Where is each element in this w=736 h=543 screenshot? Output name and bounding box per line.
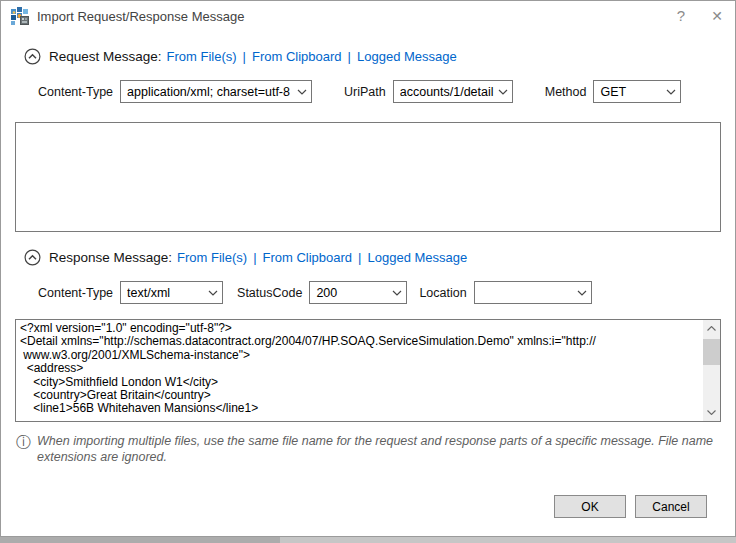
link-separator: | xyxy=(243,49,246,64)
link-separator: | xyxy=(358,250,361,265)
response-from-clipboard-link[interactable]: From Clipboard xyxy=(263,250,353,265)
ok-button[interactable]: OK xyxy=(554,495,626,518)
request-logged-message-link[interactable]: Logged Message xyxy=(357,49,457,64)
request-links: From File(s) | From Clipboard | Logged M… xyxy=(167,49,457,64)
request-uripath-label: UriPath xyxy=(344,85,386,99)
response-content-type-combo[interactable]: text/xml xyxy=(120,281,223,304)
response-location-combo[interactable] xyxy=(474,281,592,304)
chevron-down-icon xyxy=(573,290,591,296)
chevron-down-icon xyxy=(293,89,311,95)
help-button[interactable]: ? xyxy=(663,1,699,31)
response-statuscode-label: StatusCode xyxy=(237,286,302,300)
response-from-files-link[interactable]: From File(s) xyxy=(177,250,247,265)
cancel-button[interactable]: Cancel xyxy=(635,495,707,518)
button-row: OK Cancel xyxy=(15,495,707,518)
app-icon xyxy=(11,7,29,25)
request-content-type-combo[interactable]: application/xml; charset=utf-8 xyxy=(120,80,312,103)
combo-value: text/xml xyxy=(127,286,204,300)
request-uripath-combo[interactable]: accounts/1/detail xyxy=(393,80,513,103)
response-logged-message-link[interactable]: Logged Message xyxy=(368,250,468,265)
xml-line: www.w3.org/2001/XMLSchema-instance"> xyxy=(20,349,698,362)
response-body-textarea[interactable]: <?xml version="1.0" encoding="utf-8"?> <… xyxy=(15,319,721,422)
response-content-type-label: Content-Type xyxy=(38,286,113,300)
import-dialog: Import Request/Response Message ? ✕ Requ… xyxy=(0,0,736,537)
info-text: When importing multiple files, use the s… xyxy=(37,433,721,465)
combo-value: 200 xyxy=(316,286,388,300)
response-section-header: Response Message: From File(s) | From Cl… xyxy=(24,249,721,266)
response-scrollbar[interactable] xyxy=(703,320,720,421)
request-method-label: Method xyxy=(545,85,587,99)
info-icon: ⓘ xyxy=(16,434,31,450)
combo-value: GET xyxy=(600,85,662,99)
response-links: From File(s) | From Clipboard | Logged M… xyxy=(177,250,467,265)
request-body-textarea[interactable] xyxy=(15,122,721,232)
collapse-request-icon[interactable] xyxy=(24,48,41,65)
request-method-combo[interactable]: GET xyxy=(593,80,681,103)
request-field-row: Content-Type application/xml; charset=ut… xyxy=(38,80,721,103)
link-separator: | xyxy=(348,49,351,64)
chevron-down-icon xyxy=(662,89,680,95)
titlebar[interactable]: Import Request/Response Message ? ✕ xyxy=(1,1,735,31)
request-section-header: Request Message: From File(s) | From Cli… xyxy=(24,48,721,65)
request-from-clipboard-link[interactable]: From Clipboard xyxy=(252,49,342,64)
scroll-down-icon[interactable] xyxy=(703,404,720,421)
request-from-files-link[interactable]: From File(s) xyxy=(167,49,237,64)
xml-line: <address> xyxy=(20,362,698,375)
window-title: Import Request/Response Message xyxy=(37,9,663,24)
request-content-type-label: Content-Type xyxy=(38,85,113,99)
collapse-response-icon[interactable] xyxy=(24,249,41,266)
info-note: ⓘ When importing multiple files, use the… xyxy=(16,433,721,465)
xml-line: <Detail xmlns="http://schemas.datacontra… xyxy=(20,335,698,348)
response-statuscode-combo[interactable]: 200 xyxy=(309,281,407,304)
scroll-track[interactable] xyxy=(703,365,720,404)
xml-line: <city>Smithfield London W1</city> xyxy=(20,376,698,389)
scroll-thumb[interactable] xyxy=(703,339,720,365)
xml-line: <?xml version="1.0" encoding="utf-8"?> xyxy=(20,322,698,335)
response-section-title: Response Message: xyxy=(49,250,172,265)
response-body-text: <?xml version="1.0" encoding="utf-8"?> <… xyxy=(16,320,720,421)
link-separator: | xyxy=(253,250,256,265)
chevron-down-icon xyxy=(494,89,512,95)
xml-line: <country>Great Britain</country> xyxy=(20,389,698,402)
combo-value: accounts/1/detail xyxy=(400,85,494,99)
chevron-down-icon xyxy=(204,290,222,296)
response-field-row: Content-Type text/xml StatusCode 200 Loc… xyxy=(38,281,721,304)
response-location-label: Location xyxy=(419,286,466,300)
background-strip xyxy=(0,537,736,543)
scroll-up-icon[interactable] xyxy=(703,320,720,337)
dialog-body: Request Message: From File(s) | From Cli… xyxy=(1,48,735,518)
combo-value: application/xml; charset=utf-8 xyxy=(127,85,293,99)
close-button[interactable]: ✕ xyxy=(699,1,735,31)
request-body-text xyxy=(16,123,720,231)
request-section-title: Request Message: xyxy=(49,49,162,64)
chevron-down-icon xyxy=(388,290,406,296)
xml-line: <line1>56B Whitehaven Mansions</line1> xyxy=(20,402,698,415)
